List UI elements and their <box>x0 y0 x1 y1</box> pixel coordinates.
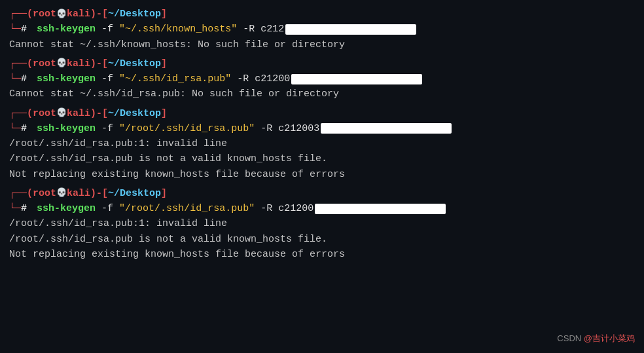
output-4-1: /root/.ssh/id_rsa.pub:1: invalid line <box>9 216 635 231</box>
skull-icon-4: 💀 <box>56 187 67 200</box>
redacted-3 <box>321 123 452 134</box>
path-4: ~/Desktop <box>108 186 161 201</box>
cmd-flag-f-4: -f <box>101 201 113 216</box>
prompt-hash-1: # <box>21 22 27 37</box>
cmd-flag-f-3: -f <box>101 121 113 136</box>
terminal-block-1: ┌──(root💀kali)-[~/Desktop] └─# ssh-keyge… <box>9 7 635 52</box>
terminal-block-2: ┌──(root💀kali)-[~/Desktop] └─# ssh-keyge… <box>9 56 635 102</box>
output-3-3: Not replacing existing known_hosts file … <box>9 167 635 182</box>
redacted-2 <box>291 74 422 84</box>
watermark-author: @吉计小菜鸡 <box>584 333 635 343</box>
path-1: ~/Desktop <box>108 7 161 22</box>
cmd-target-1: c212 <box>260 22 284 37</box>
bracket-2: )-[ <box>90 56 108 71</box>
corner-top-3: ┌──( <box>9 106 33 121</box>
redacted-1 <box>285 24 416 35</box>
output-2-1: Cannot stat ~/.ssh/id_rsa.pub: No such f… <box>9 86 635 102</box>
prompt-line-3: ┌──(root💀kali)-[~/Desktop] <box>9 106 635 121</box>
output-4-3: Not replacing existing known_hosts file … <box>9 247 635 262</box>
corner-top-2: ┌──( <box>9 56 33 71</box>
bracket-1: )-[ <box>90 7 108 22</box>
output-3-1: /root/.ssh/id_rsa.pub:1: invalid line <box>9 136 635 151</box>
bracket-close-4: ] <box>161 186 167 201</box>
bracket-3: )-[ <box>90 106 108 121</box>
cmd-target-2: c21200 <box>255 71 290 86</box>
prompt-hash-4: # <box>21 201 27 216</box>
cmd-tool-2: ssh-keygen <box>37 71 96 86</box>
command-line-1: └─# ssh-keygen -f "~/.ssh/known_hosts" -… <box>9 22 635 37</box>
cmd-flag-R-2: -R <box>237 71 249 86</box>
terminal-window: ┌──(root💀kali)-[~/Desktop] └─# ssh-keyge… <box>0 0 644 353</box>
prompt-line-4: ┌──(root💀kali)-[~/Desktop] <box>9 186 635 201</box>
prompt-line-2: ┌──(root💀kali)-[~/Desktop] <box>9 56 635 71</box>
user-label-2: root <box>33 56 56 71</box>
corner-bottom-4: └─ <box>9 201 21 216</box>
host-label-2: kali <box>67 56 90 71</box>
output-4-2: /root/.ssh/id_rsa.pub is not a valid kno… <box>9 232 635 247</box>
command-line-4: └─# ssh-keygen -f "/root/.ssh/id_rsa.pub… <box>9 201 635 216</box>
command-line-2: └─# ssh-keygen -f "~/.ssh/id_rsa.pub" -R… <box>9 71 635 86</box>
host-label-4: kali <box>67 186 90 201</box>
skull-icon-3: 💀 <box>56 107 67 120</box>
watermark-prefix: CSDN <box>557 333 583 343</box>
bracket-close-2: ] <box>161 56 167 71</box>
user-label-1: root <box>33 7 56 22</box>
redacted-4 <box>315 204 446 214</box>
host-label-3: kali <box>67 106 90 121</box>
skull-icon-2: 💀 <box>56 57 67 70</box>
cmd-target-3: c212003 <box>278 121 319 136</box>
cmd-flag-R-1: -R <box>243 22 255 37</box>
cmd-tool-4: ssh-keygen <box>37 201 96 216</box>
corner-bottom-1: └─ <box>9 22 21 37</box>
cmd-flag-R-4: -R <box>260 201 272 216</box>
path-3: ~/Desktop <box>108 106 161 121</box>
cmd-tool-3: ssh-keygen <box>37 121 96 136</box>
cmd-arg-1: "~/.ssh/known_hosts" <box>119 22 237 37</box>
output-3-2: /root/.ssh/id_rsa.pub is not a valid kno… <box>9 151 635 166</box>
corner-top-1: ┌──( <box>9 7 33 22</box>
cmd-flag-R-3: -R <box>260 121 272 136</box>
user-label-3: root <box>33 106 56 121</box>
host-label-1: kali <box>67 7 90 22</box>
cmd-flag-f-2: -f <box>101 71 113 86</box>
cmd-arg-4: "/root/.ssh/id_rsa.pub" <box>119 201 255 216</box>
cmd-flag-f-1: -f <box>101 22 113 37</box>
skull-icon-1: 💀 <box>56 8 67 21</box>
terminal-block-3: ┌──(root💀kali)-[~/Desktop] └─# ssh-keyge… <box>9 106 635 182</box>
cmd-tool-1: ssh-keygen <box>37 22 96 37</box>
command-line-3: └─# ssh-keygen -f "/root/.ssh/id_rsa.pub… <box>9 121 635 136</box>
corner-top-4: ┌──( <box>9 186 33 201</box>
bracket-4: )-[ <box>90 186 108 201</box>
corner-bottom-2: └─ <box>9 71 21 86</box>
user-label-4: root <box>33 186 56 201</box>
watermark: CSDN @吉计小菜鸡 <box>557 332 635 345</box>
cmd-target-4: c21200 <box>278 201 313 216</box>
bracket-close-1: ] <box>161 7 167 22</box>
prompt-hash-2: # <box>21 71 27 86</box>
output-1-1: Cannot stat ~/.ssh/known_hosts: No such … <box>9 37 635 52</box>
prompt-hash-3: # <box>21 121 27 136</box>
corner-bottom-3: └─ <box>9 121 21 136</box>
cmd-arg-2: "~/.ssh/id_rsa.pub" <box>119 71 231 86</box>
bracket-close-3: ] <box>161 106 167 121</box>
prompt-line-1: ┌──(root💀kali)-[~/Desktop] <box>9 7 635 22</box>
cmd-arg-3: "/root/.ssh/id_rsa.pub" <box>119 121 255 136</box>
terminal-block-4: ┌──(root💀kali)-[~/Desktop] └─# ssh-keyge… <box>9 186 635 262</box>
path-2: ~/Desktop <box>108 56 161 71</box>
